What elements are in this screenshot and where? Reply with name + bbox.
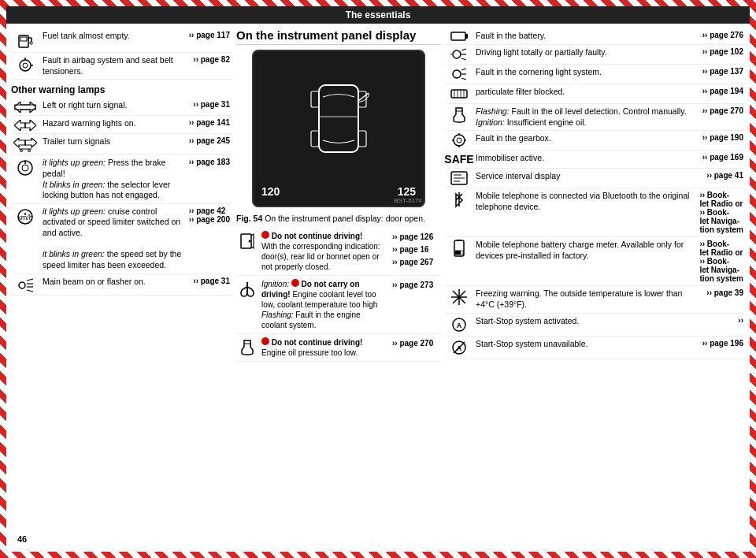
- table-row: Trailer turn signals page 245: [11, 134, 232, 155]
- freeze-icon: [447, 288, 471, 306]
- center-heading: On the instrument panel display: [236, 28, 441, 45]
- red-dot-icon: [261, 231, 269, 239]
- start-stop-active-page: [738, 316, 743, 325]
- bluetooth-page: ›› Book-let Radio or›› Book-let Naviga-t…: [699, 191, 743, 234]
- airbag-text: Fault in airbag system and seat belt ten…: [43, 55, 188, 76]
- start-stop-unavail-text: Start-Stop system unavailable.: [476, 339, 698, 350]
- safe-label: SAFE: [444, 153, 473, 166]
- left-column: Fuel tank almost empty. page 117 Fault i…: [11, 28, 232, 545]
- table-row: A Start-Stop system activated.: [446, 314, 745, 337]
- start-stop-unavail-icon: A: [447, 339, 471, 356]
- page-header: The essentials: [6, 6, 750, 24]
- phone-battery-page: ›› Book-let Radio or›› Book-let Naviga-t…: [699, 240, 743, 283]
- phone-battery-icon: [447, 240, 471, 257]
- svg-line-48: [461, 78, 466, 80]
- phone-battery-text: Mobile telephone battery charge meter. A…: [476, 240, 695, 261]
- coolant-pages: ›› page 273: [392, 279, 439, 292]
- door-page-1: ›› page 126: [392, 231, 439, 244]
- svg-line-46: [461, 69, 466, 70]
- table-row: Hazard warning lights on. page 141: [11, 116, 232, 134]
- warning-block-oil: Do not continue driving! Engine oil pres…: [236, 334, 441, 362]
- immobiliser-page: page 169: [702, 153, 743, 162]
- table-row: Service interval display page 41: [446, 169, 745, 188]
- hazard-page: page 141: [189, 118, 230, 127]
- table-row: Mobile telephone is connected via Blueto…: [446, 188, 745, 237]
- table-row: Fault in airbag system and seat belt ten…: [11, 53, 232, 80]
- bluetooth-icon: [447, 191, 471, 208]
- table-row: Fuel tank almost empty. page 117: [11, 28, 232, 53]
- main-beam-icon: [13, 277, 38, 292]
- table-row: Left or right turn signal. page 31: [11, 98, 232, 116]
- freeze-page: page 39: [706, 288, 743, 297]
- start-stop-unavail-page: page 196: [702, 339, 743, 348]
- svg-rect-4: [30, 42, 32, 44]
- fig-caption: Fig. 54 On the instrument panel display:…: [236, 214, 441, 223]
- svg-rect-66: [457, 240, 461, 241]
- other-warning-heading: Other warning lamps: [11, 84, 232, 95]
- page-content: The essentials Fuel tank almost empty. p…: [6, 6, 750, 552]
- bluetooth-text: Mobile telephone is connected via Blueto…: [476, 191, 695, 212]
- safe-icon: SAFE: [447, 153, 471, 166]
- oil-level-page: page 270: [702, 106, 743, 115]
- door-pages: ›› page 126 ›› page 16 ›› page 267: [392, 231, 439, 269]
- speed-limiter-icon: km/h: [13, 206, 38, 225]
- svg-rect-29: [319, 85, 358, 152]
- table-row: particulate filter blocked. page 194: [446, 84, 745, 104]
- driving-light-icon: [447, 47, 471, 61]
- svg-point-55: [454, 135, 465, 146]
- service-page: page 41: [706, 171, 743, 180]
- table-row: Main beam on or flasher on. page 31: [11, 274, 232, 296]
- gearbox-text: Fault in the gearbox.: [476, 133, 698, 144]
- driving-light-page: page 102: [702, 47, 743, 56]
- trailer-turn-page: page 245: [189, 136, 230, 145]
- hazard-icon: [13, 118, 38, 131]
- coolant-warning-text: Ignition: Do not carry on driving! Engin…: [261, 279, 387, 330]
- svg-marker-14: [25, 138, 37, 147]
- oil-level-text: Flashing: Fault in the oil level detecti…: [476, 106, 698, 128]
- brake-text: it lights up green: Press the brake peda…: [43, 158, 184, 201]
- door-page-3: ›› page 267: [392, 256, 439, 269]
- speed-display: 120 125: [261, 185, 416, 198]
- immobiliser-text: Immobiliser active.: [476, 153, 698, 164]
- oil-pages: ›› page 270: [392, 337, 439, 350]
- battery-text: Fault in the battery.: [476, 31, 698, 42]
- cornering-light-icon: [447, 67, 471, 81]
- main-beam-page: page 31: [193, 277, 230, 285]
- fuel-icon: [13, 31, 38, 50]
- svg-point-16: [20, 150, 23, 152]
- brake-icon: [13, 158, 38, 177]
- main-beam-text: Main beam on or flasher on.: [43, 277, 188, 288]
- gearbox-icon: [447, 133, 471, 147]
- svg-point-56: [457, 138, 461, 143]
- airbag-icon: [13, 55, 38, 74]
- svg-point-19: [22, 165, 28, 171]
- svg-marker-10: [14, 102, 36, 113]
- table-row: Flashing: Fault in the oil level detecti…: [446, 104, 745, 131]
- particulate-icon: [447, 87, 471, 101]
- start-stop-active-icon: A: [447, 316, 471, 333]
- svg-point-24: [19, 282, 25, 288]
- right-column: Fault in the battery. page 276 Driving l…: [446, 28, 745, 545]
- svg-point-40: [453, 50, 461, 58]
- table-row: A Start-Stop system unavailable. page 19…: [446, 337, 745, 359]
- particulate-text: particulate filter blocked.: [476, 87, 698, 98]
- battery-icon: [447, 31, 471, 42]
- table-row: SAFE Immobiliser active. page 169: [446, 151, 745, 169]
- oil-warning-text: Do not continue driving! Engine oil pres…: [261, 337, 387, 358]
- svg-marker-11: [14, 120, 25, 131]
- warning-block-coolant: Ignition: Do not carry on driving! Engin…: [236, 276, 441, 334]
- driving-light-text: Driving light totally or partially fault…: [476, 47, 698, 58]
- oil-level-icon: [447, 106, 471, 124]
- turn-signal-page: page 31: [193, 100, 230, 109]
- hazard-text: Hazard warning lights on.: [43, 118, 184, 129]
- table-row: Fault in the cornering light system. pag…: [446, 65, 745, 84]
- content-area: Fuel tank almost empty. page 117 Fault i…: [6, 28, 750, 545]
- svg-point-73: [458, 296, 461, 299]
- door-warning-icon: [238, 231, 257, 250]
- particulate-page: page 194: [702, 87, 743, 95]
- svg-rect-68: [455, 251, 461, 255]
- svg-line-41: [461, 49, 466, 50]
- oil-page: ›› page 270: [392, 337, 439, 350]
- cornering-text: Fault in the cornering light system.: [476, 67, 698, 78]
- svg-line-25: [27, 279, 33, 281]
